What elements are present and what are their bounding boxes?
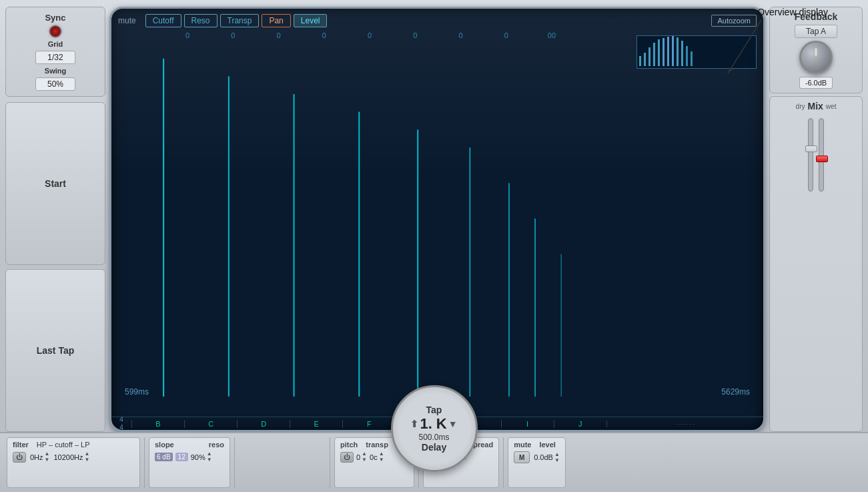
transp-label: transp	[366, 441, 388, 449]
tab-level[interactable]: Level	[294, 14, 328, 27]
feedback-knob[interactable]	[799, 41, 833, 74]
autozoom-button[interactable]: Autozoom	[711, 15, 757, 27]
left-panel: Sync Grid 1/32 Swing 50% Start Last Tap	[5, 7, 105, 432]
slope-label: slope	[155, 441, 174, 449]
right-panel: Feedback Tap A -6.0dB dry Mix wet	[769, 7, 863, 432]
transp-control: 0c ▲ ▼	[370, 451, 384, 463]
mix-header: dry Mix wet	[774, 101, 858, 111]
dry-label: dry	[796, 103, 805, 110]
mute-badge[interactable]: M	[514, 451, 530, 463]
last-tap-button[interactable]: Last Tap	[5, 269, 105, 432]
level-section-label: level	[539, 441, 555, 449]
transp-value: 0c	[370, 453, 378, 461]
swing-label: Swing	[45, 67, 66, 75]
lp-hz-value: 10200Hz	[53, 453, 83, 461]
mute-label: mute	[118, 16, 136, 25]
reso-label: reso	[209, 441, 224, 449]
time-marker-start: 599ms	[125, 387, 149, 397]
time-marker-end: 5629ms	[721, 387, 750, 397]
reso-control: 90% ▲ ▼	[191, 451, 212, 463]
grid-label: Grid	[48, 40, 63, 48]
tab-transp[interactable]: Transp	[220, 14, 260, 27]
tap-circle-value: ⬆ 1. K ▼	[410, 415, 457, 433]
tap-circle-top-label: Tap	[426, 405, 442, 415]
tab-cutoff[interactable]: Cutoff	[145, 14, 181, 27]
slope-db-badge: 6 dB	[155, 453, 173, 461]
mute-cell-1[interactable]: 0	[165, 31, 210, 39]
reso-spinner[interactable]: ▲ ▼	[207, 451, 212, 463]
level-value: 0.0dB	[534, 453, 553, 461]
reso-value: 90%	[191, 453, 205, 461]
tap-a-button[interactable]: Tap A	[795, 25, 837, 38]
feedback-value: -6.0dB	[799, 77, 833, 89]
mute-cell-4[interactable]: 0	[302, 31, 347, 39]
ruler-label-d[interactable]: D	[237, 420, 290, 428]
grid-value[interactable]: 1/32	[35, 51, 75, 64]
swing-value[interactable]: 50%	[35, 77, 75, 91]
mute-cell-8[interactable]: 0	[484, 31, 529, 39]
ruler-label-j[interactable]: J	[554, 420, 606, 428]
wet-label: wet	[826, 103, 837, 110]
tap-value-text: 1. K	[420, 415, 446, 433]
sync-section: Sync Grid 1/32 Swing 50%	[5, 7, 105, 97]
mute-cell-5[interactable]: 0	[347, 31, 392, 39]
ruler-label-i[interactable]: I	[501, 420, 554, 428]
divider-3	[330, 437, 330, 488]
pitch-power-button[interactable]: ⏻	[340, 452, 354, 463]
ruler-label-f[interactable]: F	[342, 420, 395, 428]
lp-spinner[interactable]: ▲ ▼	[85, 451, 90, 463]
filter-power-button[interactable]: ⏻	[13, 452, 26, 463]
tap-lines-svg	[111, 41, 763, 397]
slope-num-badge: 12	[175, 453, 188, 461]
ruler-label-b[interactable]: B	[131, 420, 184, 428]
transp-spinner[interactable]: ▲ ▼	[379, 451, 384, 463]
mute-cell-6[interactable]: 0	[392, 31, 438, 39]
ruler-label-e[interactable]: E	[290, 420, 342, 428]
tab-reso[interactable]: Reso	[184, 14, 218, 27]
mute-level-section: mute level M 0.0dB ▲ ▼	[508, 437, 566, 488]
dry-slider-thumb[interactable]	[805, 146, 817, 152]
slope-reso-section: slope reso 6 dB 12 90% ▲ ▼	[149, 437, 230, 488]
mute-cell-7[interactable]: 0	[438, 31, 483, 39]
hp-hz-control: 0Hz ▲ ▼	[30, 451, 49, 463]
wet-slider-track[interactable]	[819, 118, 824, 192]
pitch-label: pitch	[340, 441, 358, 449]
tap-up-arrow[interactable]: ⬆	[410, 419, 418, 429]
level-spinner[interactable]: ▲ ▼	[554, 452, 560, 463]
tap-circle-bottom-label: Delay	[422, 442, 446, 453]
divider-5	[503, 437, 504, 488]
ruler-label-c[interactable]: C	[184, 420, 237, 428]
mute-cell-9[interactable]: 00	[529, 31, 574, 39]
hp-spinner[interactable]: ▲ ▼	[45, 451, 50, 463]
mute-cell-2[interactable]: 0	[210, 31, 256, 39]
mix-sliders	[808, 114, 824, 194]
filter-label: filter	[13, 441, 29, 449]
start-button[interactable]: Start	[5, 102, 105, 265]
overview-display-label: Overview display	[757, 7, 828, 17]
filter-type: HP – cutoff – LP	[37, 441, 90, 449]
mute-cell-3[interactable]: 0	[256, 31, 301, 39]
level-control: 0.0dB ▲ ▼	[534, 452, 560, 463]
waveform-area[interactable]: 599ms 5629ms	[111, 41, 763, 417]
tap-down-arrow[interactable]: ▼	[448, 419, 458, 429]
wet-slider-thumb[interactable]	[816, 156, 828, 162]
btn-group: Start Last Tap	[5, 102, 105, 432]
display-screen: mute Cutoff Reso Transp Pan Level Autozo…	[109, 7, 765, 432]
divider-2	[234, 437, 235, 488]
pitch-control: 0 ▲ ▼	[356, 451, 367, 463]
tap-circle[interactable]: Tap ⬆ 1. K ▼ 500.0ms Delay	[391, 385, 478, 472]
pitch-spinner[interactable]: ▲ ▼	[362, 451, 367, 463]
time-sig: 4 4	[111, 416, 131, 432]
mix-label: Mix	[808, 101, 823, 111]
sync-label: Sync	[45, 13, 65, 23]
lp-hz-control: 10200Hz ▲ ▼	[53, 451, 89, 463]
feedback-section: Feedback Tap A -6.0dB	[769, 7, 863, 93]
dry-slider-track[interactable]	[808, 118, 813, 192]
center-display: mute Cutoff Reso Transp Pan Level Autozo…	[109, 7, 765, 432]
hp-hz-value: 0Hz	[30, 453, 43, 461]
pitch-value: 0	[356, 453, 360, 461]
mix-section: dry Mix wet	[769, 96, 863, 432]
tab-pan[interactable]: Pan	[262, 14, 290, 27]
tap-circle-ms: 500.0ms	[418, 433, 449, 442]
sync-radio-button[interactable]	[49, 25, 61, 37]
